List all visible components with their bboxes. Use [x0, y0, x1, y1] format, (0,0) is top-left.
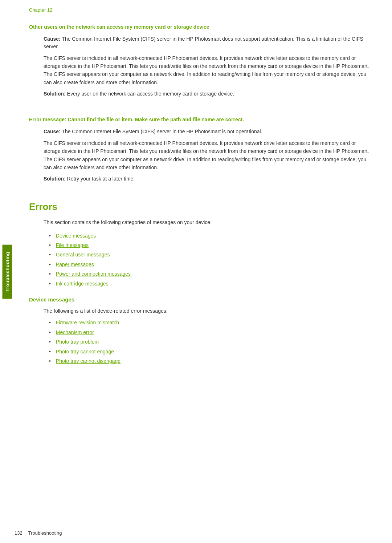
- list-item: Photo tray problem: [49, 338, 370, 346]
- section-title-other-users: Other users on the network can access my…: [29, 24, 370, 31]
- page-footer: 132 Troubleshooting: [15, 530, 377, 536]
- solution-label-2: Solution:: [44, 176, 66, 182]
- sidebar-label: Troubleshooting: [3, 244, 12, 299]
- file-messages-link[interactable]: File messages: [56, 242, 89, 248]
- device-messages-section: Device messages The following is a list …: [29, 296, 370, 365]
- list-item: General user messages: [49, 251, 370, 259]
- list-item: File messages: [49, 241, 370, 249]
- device-messages-link[interactable]: Device messages: [56, 233, 96, 239]
- other-users-content: Cause: The Common Internet File System (…: [29, 35, 370, 98]
- cause-label-1: Cause:: [44, 36, 61, 42]
- errors-title: Errors: [29, 201, 370, 212]
- power-connection-messages-link[interactable]: Power and connection messages: [56, 271, 131, 277]
- errors-intro: This section contains the following cate…: [29, 218, 370, 226]
- other-users-section: Other users on the network can access my…: [29, 20, 370, 105]
- device-messages-intro: The following is a list of device-relate…: [29, 307, 370, 315]
- list-item: Mechanism error: [49, 328, 370, 336]
- other-users-solution: Solution: Every user on the network can …: [44, 90, 370, 98]
- list-item: Ink cartridge messages: [49, 280, 370, 288]
- error-message-cause: Cause: The Common Internet File System (…: [44, 128, 370, 135]
- photo-tray-cannot-engage-link[interactable]: Photo tray cannot engage: [56, 349, 114, 354]
- photo-tray-problem-link[interactable]: Photo tray problem: [56, 339, 99, 345]
- cause-label-2: Cause:: [44, 129, 61, 134]
- solution-label-1: Solution:: [44, 91, 66, 97]
- general-user-messages-link[interactable]: General user messages: [56, 252, 110, 258]
- photo-tray-cannot-disengage-link[interactable]: Photo tray cannot disengage: [56, 358, 121, 364]
- solution-text-1: Every user on the network can access the…: [67, 91, 234, 97]
- list-item: Device messages: [49, 232, 370, 240]
- paper-messages-link[interactable]: Paper messages: [56, 262, 94, 267]
- cause-text-2: The Common Internet File System (CIFS) s…: [62, 129, 262, 134]
- list-item: Photo tray cannot engage: [49, 348, 370, 356]
- list-item: Paper messages: [49, 260, 370, 268]
- list-item: Power and connection messages: [49, 270, 370, 278]
- error-message-solution: Solution: Retry your task at a later tim…: [44, 175, 370, 183]
- footer-label: Troubleshooting: [28, 530, 62, 536]
- errors-section: Errors This section contains the followi…: [29, 201, 370, 365]
- other-users-body: The CIFS server is included in all netwo…: [44, 54, 370, 87]
- list-item: Firmware revision mismatch: [49, 319, 370, 327]
- page-container: Troubleshooting Chapter 12 Other users o…: [0, 0, 392, 543]
- footer-page-number: 132: [15, 530, 23, 536]
- section-title-error-message: Error message: Cannot find the file or i…: [29, 116, 370, 123]
- device-messages-list: Firmware revision mismatch Mechanism err…: [29, 319, 370, 365]
- errors-links-list: Device messages File messages General us…: [29, 232, 370, 288]
- error-message-section: Error message: Cannot find the file or i…: [29, 113, 370, 190]
- cause-text-1: The Common Internet File System (CIFS) s…: [44, 36, 363, 49]
- ink-cartridge-messages-link[interactable]: Ink cartridge messages: [56, 281, 109, 287]
- other-users-cause: Cause: The Common Internet File System (…: [44, 35, 370, 50]
- sidebar: Troubleshooting: [0, 0, 15, 543]
- firmware-revision-mismatch-link[interactable]: Firmware revision mismatch: [56, 320, 119, 325]
- chapter-header: Chapter 12: [29, 7, 370, 13]
- main-content: Chapter 12 Other users on the network ca…: [15, 0, 392, 543]
- mechanism-error-link[interactable]: Mechanism error: [56, 329, 94, 335]
- error-message-content: Cause: The Common Internet File System (…: [29, 128, 370, 183]
- device-messages-title: Device messages: [29, 296, 370, 303]
- error-message-body: The CIFS server is included in all netwo…: [44, 139, 370, 172]
- solution-text-2: Retry your task at a later time.: [67, 176, 135, 182]
- list-item: Photo tray cannot disengage: [49, 357, 370, 365]
